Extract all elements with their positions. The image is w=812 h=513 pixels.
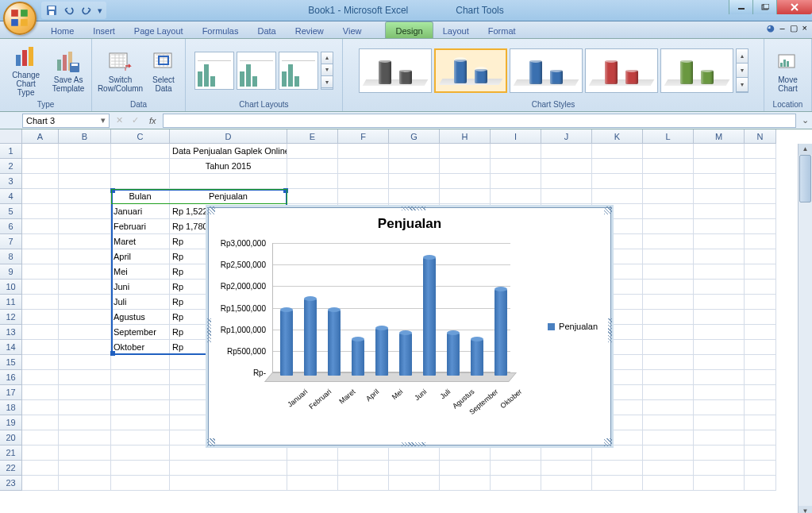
cell-L7[interactable] (643, 234, 694, 249)
tab-data[interactable]: Data (248, 24, 285, 38)
scroll-up[interactable]: ▲ (799, 144, 812, 155)
cell-C22[interactable] (111, 461, 170, 476)
change-chart-type-button[interactable]: Change Chart Type (5, 42, 47, 98)
cell-F1[interactable] (338, 144, 389, 159)
chart-bar[interactable] (399, 333, 412, 376)
row-header-3[interactable]: 3 (0, 174, 22, 189)
resize-handle[interactable] (402, 206, 425, 210)
cell-A1[interactable] (22, 144, 59, 159)
scroll-thumb[interactable] (799, 155, 811, 202)
col-header-M[interactable]: M (694, 129, 745, 144)
cell-L2[interactable] (643, 159, 694, 174)
cell-K1[interactable] (592, 144, 643, 159)
cell-G1[interactable] (389, 144, 440, 159)
tab-layout[interactable]: Layout (433, 24, 479, 38)
row-header-7[interactable]: 7 (0, 234, 22, 249)
cell-B1[interactable] (59, 144, 111, 159)
chart-plot-area[interactable] (272, 243, 510, 382)
resize-handle[interactable] (604, 438, 612, 446)
cell-G4[interactable] (389, 189, 440, 204)
row-header-20[interactable]: 20 (0, 430, 22, 446)
chart-bar[interactable] (495, 289, 507, 376)
row-header-4[interactable]: 4 (0, 189, 22, 204)
cell-L6[interactable] (643, 219, 694, 234)
cell-B22[interactable] (59, 461, 111, 476)
cell-B12[interactable] (59, 310, 111, 325)
cell-C9[interactable]: Mei (111, 264, 170, 280)
cell-G21[interactable] (389, 446, 440, 461)
cell-A8[interactable] (22, 249, 59, 264)
cell-M10[interactable] (694, 280, 745, 295)
mdi-minimize[interactable]: – (779, 23, 784, 33)
chart-bar[interactable] (471, 339, 483, 376)
col-header-H[interactable]: H (440, 129, 491, 144)
col-header-G[interactable]: G (389, 129, 440, 144)
cell-A10[interactable] (22, 280, 59, 295)
cell-H22[interactable] (440, 461, 491, 476)
cell-A14[interactable] (22, 340, 59, 355)
cell-H1[interactable] (440, 144, 491, 159)
cell-N16[interactable] (745, 370, 776, 385)
cell-M6[interactable] (694, 219, 745, 234)
cell-M22[interactable] (694, 461, 745, 476)
cell-A2[interactable] (22, 159, 59, 174)
cell-D4[interactable]: Penjualan (170, 189, 287, 204)
cell-A21[interactable] (22, 446, 59, 461)
cell-N19[interactable] (745, 415, 776, 430)
cell-M4[interactable] (694, 189, 745, 204)
cell-A20[interactable] (22, 430, 59, 446)
qat-redo[interactable] (79, 2, 94, 18)
cell-I23[interactable] (491, 476, 541, 491)
cell-B5[interactable] (59, 204, 111, 219)
cell-A11[interactable] (22, 295, 59, 310)
qat-customize[interactable]: ▾ (96, 2, 104, 18)
mdi-close[interactable]: × (802, 23, 807, 33)
cell-J4[interactable] (541, 189, 592, 204)
cell-C15[interactable] (111, 355, 170, 370)
cell-C1[interactable] (111, 144, 170, 159)
row-header-14[interactable]: 14 (0, 340, 22, 355)
row-header-13[interactable]: 13 (0, 325, 22, 340)
cell-M12[interactable] (694, 310, 745, 325)
row-header-8[interactable]: 8 (0, 249, 22, 264)
chart-title[interactable]: Penjualan (209, 208, 610, 235)
cell-A4[interactable] (22, 189, 59, 204)
tab-formulas[interactable]: Formulas (193, 24, 248, 38)
cell-H2[interactable] (440, 159, 491, 174)
formula-expand[interactable]: ⌄ (798, 115, 812, 125)
cell-M3[interactable] (694, 174, 745, 189)
name-box[interactable]: Chart 3▾ (22, 114, 110, 128)
select-data-button[interactable]: Select Data (147, 47, 180, 94)
col-header-A[interactable]: A (22, 129, 59, 144)
cell-I21[interactable] (491, 446, 541, 461)
resize-handle[interactable] (604, 206, 612, 214)
cell-D23[interactable] (170, 476, 287, 491)
cell-M9[interactable] (694, 264, 745, 280)
cell-D1[interactable]: Data Penjualan Gaplek Online (170, 144, 287, 159)
cell-N20[interactable] (745, 430, 776, 446)
cell-C3[interactable] (111, 174, 170, 189)
chart-bar[interactable] (375, 328, 388, 376)
row-header-10[interactable]: 10 (0, 280, 22, 295)
cell-L14[interactable] (643, 340, 694, 355)
vertical-scrollbar[interactable]: ▲ ▼ (798, 144, 812, 513)
cell-G2[interactable] (389, 159, 440, 174)
cell-K23[interactable] (592, 476, 643, 491)
cell-D2[interactable]: Tahun 2015 (170, 159, 287, 174)
formula-input[interactable] (163, 114, 796, 128)
cell-I22[interactable] (491, 461, 541, 476)
cell-N18[interactable] (745, 400, 776, 415)
cell-A17[interactable] (22, 385, 59, 400)
chart-style-1[interactable] (359, 48, 432, 93)
chart-style-5[interactable] (660, 48, 733, 93)
cell-M13[interactable] (694, 325, 745, 340)
cell-C23[interactable] (111, 476, 170, 491)
cell-L13[interactable] (643, 325, 694, 340)
office-button[interactable] (3, 2, 37, 35)
scroll-down[interactable]: ▼ (799, 506, 812, 513)
row-header-21[interactable]: 21 (0, 446, 22, 461)
tab-view[interactable]: View (333, 24, 371, 38)
col-header-N[interactable]: N (745, 129, 776, 144)
cell-L9[interactable] (643, 264, 694, 280)
cell-M14[interactable] (694, 340, 745, 355)
